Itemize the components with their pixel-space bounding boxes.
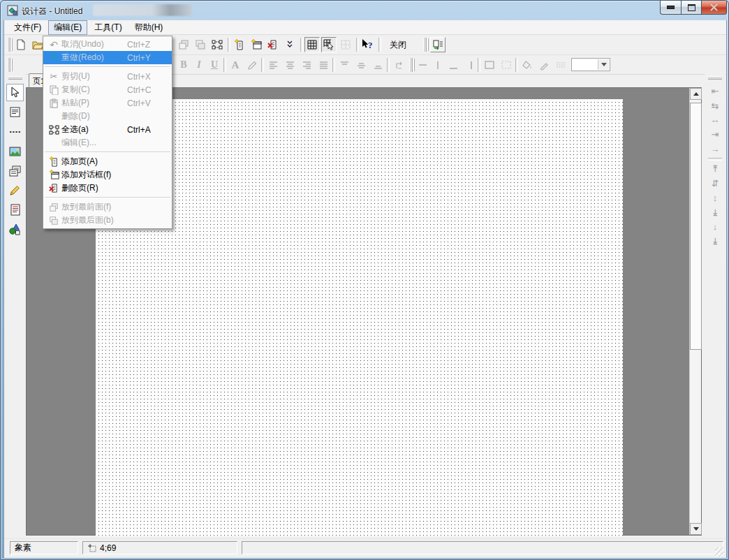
tool-text-box[interactable]	[6, 103, 24, 121]
menu-item-label: 重做(Redo)	[61, 52, 127, 64]
menu-item-shortcut: Ctrl+X	[127, 72, 168, 82]
select-all-button[interactable]	[209, 37, 225, 52]
italic-icon: I	[197, 59, 200, 71]
add-dialog-button[interactable]	[249, 37, 264, 52]
tool-shapes[interactable]	[6, 221, 24, 238]
delete-page-icon	[46, 183, 61, 193]
center-vertical-icon: ↕	[713, 193, 718, 203]
menu-item-label: 取消(Undo)	[61, 38, 127, 50]
valign-bottom-button	[370, 57, 385, 73]
menu-separator	[45, 197, 170, 198]
underline-icon: U	[211, 59, 218, 71]
menu-file[interactable]: 文件(F)	[8, 20, 47, 35]
toolbar-separator	[223, 58, 226, 72]
menu-tools[interactable]: 工具(T)	[89, 20, 127, 35]
new-document-button[interactable]	[13, 37, 29, 52]
status-message-panel	[242, 541, 723, 554]
scroll-down-button[interactable]	[690, 523, 702, 535]
minimize-button[interactable]	[660, 1, 681, 15]
menu-help[interactable]: 帮助(H)	[129, 20, 169, 35]
snap-to-grid-button[interactable]	[321, 37, 337, 52]
rectangle-icon	[484, 60, 495, 70]
menu-item-select-all[interactable]: 全选(a) Ctrl+A	[43, 123, 172, 136]
menu-item-label: 编辑(E)...	[61, 137, 127, 149]
menu-item-add-dialog[interactable]: 添加对话框(f)	[43, 168, 172, 182]
menu-item-label: 添加页(A)	[61, 156, 127, 168]
space-down-button: ↓	[707, 221, 723, 234]
scroll-up-button[interactable]	[690, 88, 702, 100]
tool-formatted-doc[interactable]	[6, 201, 24, 219]
tool-image-box[interactable]	[6, 142, 24, 160]
delete-page-button[interactable]	[265, 37, 281, 52]
toolbar-separator	[300, 38, 303, 52]
menu-item-cut: ✂ 剪切(U) Ctrl+X	[43, 70, 172, 83]
palette-gripper[interactable]	[8, 76, 22, 80]
menu-item-shortcut: Ctrl+C	[127, 85, 168, 95]
toolbar-separator	[387, 58, 390, 72]
tool-select-pointer[interactable]	[6, 84, 24, 101]
alignment-toolbar: ⇤ ⇆ ↔ ⇥ → ⇤ ⇆ ↕ ⇥ ↓ ⇥	[705, 74, 726, 249]
context-help-button[interactable]: ?	[360, 37, 376, 52]
design-page[interactable]	[96, 99, 623, 536]
tool-dashed-line[interactable]	[6, 123, 24, 140]
window-frame: 设计器 - Untitled 文件(F) 编辑(E) 工具(T) 帮助(H)	[0, 0, 729, 560]
alignment-separator	[708, 158, 722, 161]
tool-pencil[interactable]	[6, 182, 24, 199]
grid-icon	[307, 40, 317, 50]
menu-edit[interactable]: 编辑(E)	[48, 20, 87, 35]
add-page-icon	[234, 39, 245, 50]
show-grid-button[interactable]	[304, 37, 320, 52]
valign-middle-icon	[356, 60, 367, 71]
align-justify-icon	[318, 60, 329, 71]
rectangle-dashed-button	[499, 57, 514, 73]
rich-text-icon	[9, 165, 21, 177]
menu-item-paste: 粘贴(P) Ctrl+V	[43, 96, 172, 110]
export-pages-button[interactable]	[430, 37, 446, 52]
coords-crosshair-icon	[87, 543, 96, 552]
redo-icon: ↷	[46, 52, 61, 64]
delete-page-icon	[267, 39, 279, 50]
line-vertical-icon	[433, 60, 443, 71]
close-button[interactable]	[702, 1, 727, 15]
combo-dropdown-button[interactable]	[598, 59, 609, 70]
dashed-line-icon	[9, 130, 21, 134]
vertical-scrollbar[interactable]	[689, 88, 701, 535]
toolbar-gripper[interactable]	[423, 38, 427, 52]
fill-color-icon	[522, 60, 533, 71]
tool-rich-text[interactable]	[6, 162, 24, 179]
scrollbar-thumb[interactable]	[690, 103, 702, 350]
align-left-button	[265, 57, 281, 73]
bring-to-front-icon	[46, 202, 61, 212]
align-center-button	[282, 57, 297, 73]
svg-text:?: ?	[368, 40, 373, 50]
toolbar-separator	[515, 58, 518, 72]
titlebar[interactable]: 设计器 - Untitled	[1, 1, 729, 20]
align-horizontal-pair-icon: ⇆	[712, 101, 719, 111]
toolbar-separator	[332, 58, 335, 72]
context-help-icon: ?	[361, 39, 375, 50]
window-controls	[660, 1, 727, 14]
toolbar-gripper[interactable]	[7, 58, 10, 72]
expand-more-button[interactable]	[282, 37, 297, 52]
resize-grip[interactable]	[715, 547, 724, 557]
add-page-button[interactable]	[232, 37, 247, 52]
menu-item-add-page[interactable]: 添加页(A)	[43, 155, 172, 168]
blurred-region	[93, 4, 192, 16]
toolbar-gripper[interactable]	[409, 58, 413, 72]
toolbar-gripper[interactable]	[7, 38, 10, 52]
menu-item-label: 全选(a)	[61, 124, 127, 135]
close-icon	[709, 3, 719, 11]
close-view-button[interactable]: 关闭	[383, 37, 413, 52]
edit-pen-icon	[247, 60, 258, 71]
add-dialog-icon	[251, 39, 262, 50]
center-vertical-button: ↕	[707, 191, 723, 205]
style-combo[interactable]	[571, 58, 610, 71]
underline-button: U	[207, 57, 222, 73]
maximize-button[interactable]	[681, 1, 702, 15]
alignment-toolbar-gripper[interactable]	[708, 76, 722, 80]
valign-middle-button	[353, 57, 369, 73]
text-direction-button	[391, 57, 406, 73]
menu-item-delete-page[interactable]: 删除页(R)	[43, 182, 172, 195]
window-title: 设计器 - Untitled	[22, 6, 82, 17]
center-horizontal-icon: ↔	[711, 115, 720, 125]
